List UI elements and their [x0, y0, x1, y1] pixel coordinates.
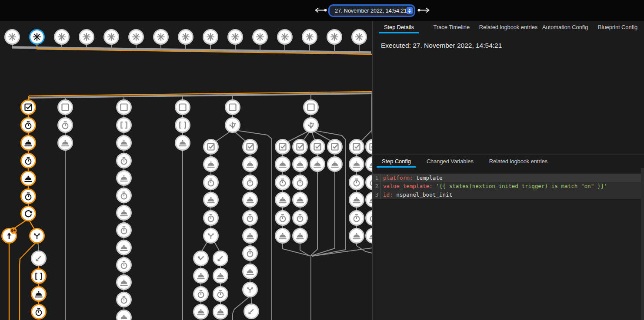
trace-node-timer[interactable] [194, 287, 208, 301]
trace-node-asterisk[interactable] [352, 30, 367, 44]
next-trace-button[interactable] [417, 7, 431, 14]
trace-node-checkbox-marked[interactable] [21, 100, 36, 115]
trace-node-service[interactable] [328, 157, 342, 172]
trace-node-asterisk[interactable] [303, 30, 317, 44]
code-scrollbar[interactable] [641, 168, 644, 320]
trace-node-asterisk[interactable] [253, 30, 267, 44]
trace-node-service[interactable] [176, 136, 190, 150]
trace-node-timer[interactable] [117, 188, 131, 203]
tab-related-logbook-entries[interactable]: Related logbook entries [478, 21, 539, 33]
trace-node-timer[interactable] [204, 211, 218, 225]
trace-node-service[interactable] [194, 269, 208, 283]
trace-graph-svg[interactable]: 9+ [0, 21, 372, 320]
trace-node-refresh[interactable] [21, 207, 36, 221]
trace-node-service[interactable] [117, 241, 131, 255]
trace-node-arrow-down-left[interactable] [214, 251, 228, 266]
trace-node-timer[interactable] [243, 246, 257, 261]
trace-node-asterisk[interactable] [204, 30, 218, 44]
trace-node-asterisk[interactable] [154, 30, 168, 44]
trace-node-service[interactable] [350, 229, 364, 243]
trace-node-asterisk[interactable] [179, 30, 193, 44]
trace-node-timer[interactable] [204, 175, 218, 190]
trace-node-asterisk[interactable] [5, 30, 20, 44]
trace-node-timer[interactable] [32, 305, 46, 319]
trace-node-service[interactable] [276, 193, 290, 207]
trace-node-arrow-up[interactable]: 9+ [2, 228, 17, 243]
trace-node-asterisk[interactable] [129, 30, 143, 44]
trace-node-service[interactable] [117, 171, 131, 185]
trace-node-checkbox-marked[interactable] [204, 140, 218, 154]
tab-step-details[interactable]: Step Details [373, 21, 425, 33]
trace-node-checkbox-marked[interactable] [310, 140, 325, 154]
trace-node-service[interactable] [293, 157, 307, 172]
trace-node-timer[interactable] [21, 118, 36, 132]
trace-node-call-split[interactable] [243, 283, 257, 297]
trace-node-timer[interactable] [58, 118, 73, 132]
trace-node-checkbox-blank[interactable] [226, 100, 240, 115]
trace-node-timer[interactable] [243, 175, 257, 190]
trace-node-service[interactable] [204, 193, 218, 207]
trace-node-checkbox-marked[interactable] [350, 140, 364, 154]
trace-node-timer[interactable] [117, 258, 131, 272]
code-editor[interactable]: 1platform: template2value_template: '{{ … [373, 172, 644, 320]
trace-node-brackets[interactable] [32, 269, 46, 284]
trace-node-checkbox-blank[interactable] [117, 100, 131, 115]
previous-trace-button[interactable] [313, 7, 327, 14]
trace-node-asterisk[interactable] [327, 30, 342, 44]
trace-node-timer[interactable] [214, 287, 228, 301]
trace-node-checkbox-marked[interactable] [243, 140, 257, 154]
trace-node-service[interactable] [366, 193, 373, 207]
trace-node-service[interactable] [293, 229, 307, 243]
trace-node-timer[interactable] [21, 154, 36, 168]
trace-node-arrow-down-left[interactable] [32, 251, 46, 266]
trace-node-service[interactable] [117, 310, 131, 320]
trace-node-service[interactable] [366, 157, 373, 172]
trace-node-service[interactable] [243, 264, 257, 279]
trace-node-timer[interactable] [350, 175, 364, 190]
trace-node-service[interactable] [214, 305, 228, 319]
trace-node-checkbox-blank[interactable] [58, 100, 73, 115]
trace-node-checkbox-marked[interactable] [276, 140, 290, 154]
trace-node-service[interactable] [243, 193, 257, 207]
trace-node-timer[interactable] [117, 154, 131, 168]
trace-node-asterisk[interactable] [228, 30, 243, 44]
trace-node-timer[interactable] [366, 211, 373, 225]
trace-node-timer[interactable] [293, 211, 307, 225]
trace-run-selector[interactable]: 27. November 2022, 14:54:21 [330, 6, 414, 16]
trace-node-timer[interactable] [21, 189, 36, 204]
trace-node-timer[interactable] [366, 175, 373, 190]
trace-node-asterisk[interactable] [80, 30, 94, 44]
trace-node-timer[interactable] [276, 175, 290, 190]
trace-node-check-arrow[interactable] [194, 251, 208, 266]
trace-node-service[interactable] [350, 193, 364, 207]
tab-blueprint-config[interactable]: Blueprint Config [591, 21, 644, 33]
trace-node-checkbox-marked[interactable] [366, 140, 373, 154]
trace-node-service[interactable] [243, 157, 257, 172]
trace-node-service[interactable] [58, 136, 73, 150]
trace-node-asterisk[interactable] [30, 30, 44, 44]
trace-node-service[interactable] [293, 193, 307, 207]
trace-node-service[interactable] [214, 269, 228, 283]
trace-node-service[interactable] [310, 157, 325, 172]
trace-node-service[interactable] [117, 206, 131, 220]
trace-node-service[interactable] [21, 172, 36, 186]
trace-node-service[interactable] [194, 305, 208, 319]
trace-node-timer[interactable] [117, 293, 131, 307]
trace-node-timer[interactable] [293, 175, 307, 190]
trace-node-service[interactable] [366, 229, 373, 243]
trace-node-arrow-down-left[interactable] [244, 304, 259, 319]
trace-node-asterisk[interactable] [55, 30, 69, 44]
trace-node-fork[interactable] [226, 118, 240, 132]
trace-node-timer[interactable] [350, 211, 364, 225]
tab-step-config[interactable]: Step Config [374, 155, 419, 168]
trace-node-service[interactable] [32, 287, 46, 301]
tab-automation-config[interactable]: Automation Config [539, 21, 591, 33]
trace-node-service[interactable] [204, 157, 218, 172]
tab-trace-timeline[interactable]: Trace Timeline [425, 21, 478, 33]
trace-node-timer[interactable] [117, 223, 131, 238]
trace-node-timer[interactable] [243, 211, 257, 225]
tab-related-logbook-entries[interactable]: Related logbook entries [481, 155, 555, 168]
trace-node-service[interactable] [276, 157, 290, 172]
trace-node-fork[interactable] [304, 118, 318, 132]
trace-node-checkbox-blank[interactable] [176, 100, 190, 115]
